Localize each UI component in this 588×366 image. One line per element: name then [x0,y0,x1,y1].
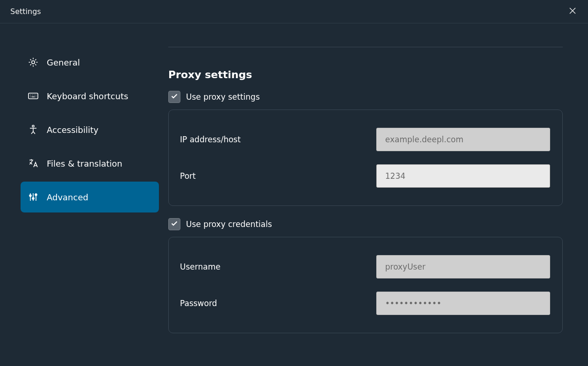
translate-icon [27,157,39,169]
ip-input[interactable] [376,128,550,151]
svg-point-3 [29,195,31,197]
svg-point-2 [32,125,34,127]
sidebar-item-label: Keyboard shortcuts [47,91,128,101]
password-input[interactable] [376,292,550,315]
svg-point-4 [32,198,34,199]
close-icon [569,7,576,16]
sidebar-item-general[interactable]: General [21,47,159,78]
section-title: Proxy settings [168,69,563,81]
svg-point-0 [32,61,35,64]
ip-row: IP address/host [178,121,550,158]
use-credentials-checkbox[interactable] [168,218,180,230]
check-icon [171,92,178,102]
divider [168,47,563,47]
main-pane: Proxy settings Use proxy settings IP add… [168,47,588,366]
gear-icon [27,56,39,68]
password-row: Password [178,285,550,322]
sidebar-item-keyboard-shortcuts[interactable]: Keyboard shortcuts [21,81,159,111]
window-title: Settings [10,7,41,16]
password-label: Password [178,299,217,308]
port-label: Port [178,171,196,181]
svg-point-5 [35,194,37,196]
username-label: Username [178,262,221,271]
sidebar-item-label: Advanced [47,192,88,202]
check-icon [171,220,178,229]
accessibility-icon [27,124,39,136]
sidebar-item-label: Accessibility [47,125,99,135]
sidebar-item-label: General [47,58,80,67]
sidebar-item-accessibility[interactable]: Accessibility [21,114,159,145]
content: General Keyboard shortcuts Accessibility… [0,23,588,366]
use-credentials-label: Use proxy credentials [186,220,272,229]
credentials-panel: Username Password [168,237,563,333]
use-credentials-row: Use proxy credentials [168,218,563,230]
port-row: Port [178,158,550,194]
use-proxy-label: Use proxy settings [186,92,260,102]
sidebar-item-advanced[interactable]: Advanced [21,182,159,212]
use-proxy-row: Use proxy settings [168,91,563,103]
proxy-panel: IP address/host Port [168,110,563,206]
titlebar: Settings [0,0,588,23]
username-input[interactable] [376,255,550,278]
username-row: Username [178,249,550,285]
close-button[interactable] [566,5,580,19]
sidebar-item-files-translation[interactable]: Files & translation [21,148,159,179]
sliders-icon [27,191,39,203]
sidebar-item-label: Files & translation [47,159,122,168]
ip-label: IP address/host [178,135,241,144]
port-input[interactable] [376,164,550,188]
keyboard-icon [27,90,39,102]
svg-rect-1 [29,93,38,99]
use-proxy-checkbox[interactable] [168,91,180,103]
sidebar: General Keyboard shortcuts Accessibility… [0,47,168,366]
